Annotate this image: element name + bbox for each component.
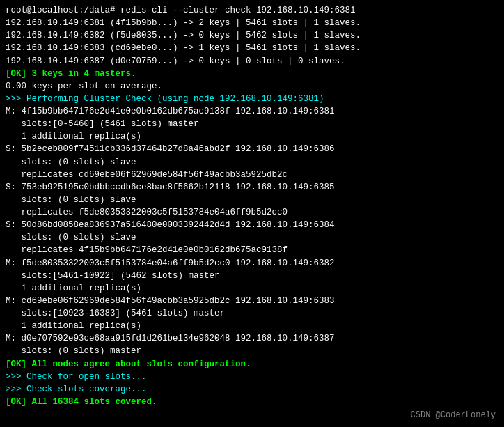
terminal-line-line-8: slots:[0-5460] (5461 slots) master — [6, 118, 498, 130]
terminal-line-line-14: slots: (0 slots) slave — [6, 194, 498, 206]
terminal-line-line-28: >>> Check slots coverage... — [6, 383, 498, 396]
terminal-line-line-3: 192.168.10.149:6383 (cd69ebe0...) -> 1 k… — [6, 42, 498, 54]
terminal-line-line-7: M: 4f15b9bb647176e2d41e0e0b0162db675ac91… — [6, 105, 498, 118]
terminal-line-line-20: slots:[5461-10922] (5462 slots) master — [6, 270, 498, 282]
terminal-line-line-2: 192.168.10.149:6382 (f5de8035...) -> 0 k… — [6, 29, 498, 42]
terminal-line-line-16: S: 50d86bd0858ea836937a516480e0003392442… — [6, 219, 498, 231]
terminal-line-line-10: S: 5b2eceb809f74511cb336d37464b27d8a46ab… — [6, 143, 498, 155]
terminal-line-line-18: replicates 4f15b9bb647176e2d41e0e0b0162d… — [6, 244, 498, 256]
terminal-line-line-6: >>> Performing Cluster Check (using node… — [6, 93, 498, 105]
terminal-line-line-12: replicates cd69ebe06f62969de584f56f49acb… — [6, 169, 498, 181]
terminal-line-line-1: 192.168.10.149:6381 (4f15b9bb...) -> 2 k… — [6, 17, 498, 29]
terminal-line-line-26: slots: (0 slots) master — [6, 345, 498, 357]
terminal-line-cmd-line: root@localhost:/data# redis-cli --cluste… — [6, 4, 498, 17]
terminal-line-line-15: replicates f5de80353322003c5f5153784e04a… — [6, 206, 498, 219]
terminal-window: root@localhost:/data# redis-cli --cluste… — [0, 0, 504, 427]
terminal-line-line-23: slots:[10923-16383] (5461 slots) master — [6, 307, 498, 320]
terminal-line-line-ok1: [OK] 3 keys in 4 masters. — [6, 68, 498, 80]
terminal-line-line-4: 192.168.10.149:6387 (d0e70759...) -> 0 k… — [6, 55, 498, 68]
terminal-line-line-13: S: 753eb925195c0bdbbccdb6ce8bac8f5662b12… — [6, 181, 498, 194]
brand-watermark: CSDN @CoderLonely — [411, 410, 496, 421]
terminal-line-line-ok3: [OK] All 16384 slots covered. — [6, 396, 498, 408]
terminal-line-line-5: 0.00 keys per slot on average. — [6, 80, 498, 93]
terminal-line-line-24: 1 additional replica(s) — [6, 320, 498, 332]
terminal-line-line-19: M: f5de80353322003c5f5153784e04a6ff9b5d2… — [6, 257, 498, 270]
terminal-line-line-22: M: cd69ebe06f62969de584f56f49acbb3a5925d… — [6, 295, 498, 307]
terminal-line-line-9: 1 additional replica(s) — [6, 130, 498, 143]
terminal-line-line-27: >>> Check for open slots... — [6, 371, 498, 383]
terminal-line-line-17: slots: (0 slots) slave — [6, 231, 498, 244]
terminal-line-line-21: 1 additional replica(s) — [6, 282, 498, 295]
terminal-line-line-ok2: [OK] All nodes agree about slots configu… — [6, 358, 498, 371]
terminal-line-line-11: slots: (0 slots) slave — [6, 156, 498, 169]
terminal-line-line-25: M: d0e707592e93ce68aa915fd1d261be134e962… — [6, 332, 498, 345]
